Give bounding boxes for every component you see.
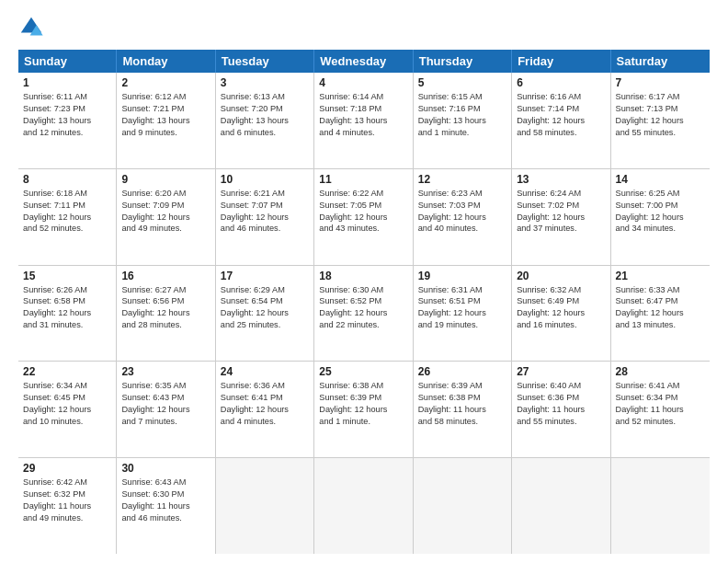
cell-info-line: Sunrise: 6:40 AM: [517, 380, 605, 392]
cell-info-line: Sunrise: 6:29 AM: [221, 284, 309, 296]
cell-info-line: Sunrise: 6:25 AM: [616, 188, 705, 200]
cell-info-line: and 16 minutes.: [517, 319, 605, 331]
calendar-cell-day-2: 2Sunrise: 6:12 AMSunset: 7:21 PMDaylight…: [117, 73, 215, 168]
cell-info-line: Sunrise: 6:39 AM: [418, 380, 506, 392]
cell-info-line: Daylight: 12 hours: [221, 404, 309, 416]
calendar-cell-day-18: 18Sunrise: 6:30 AMSunset: 6:52 PMDayligh…: [314, 266, 413, 362]
calendar-cell-day-17: 17Sunrise: 6:29 AMSunset: 6:54 PMDayligh…: [216, 266, 314, 362]
cell-info-line: Sunrise: 6:34 AM: [23, 380, 111, 392]
cell-info-line: Daylight: 11 hours: [23, 500, 111, 512]
cell-info-line: Sunrise: 6:17 AM: [616, 91, 705, 103]
calendar: SundayMondayTuesdayWednesdayThursdayFrid…: [18, 50, 710, 554]
cell-info-line: and 31 minutes.: [23, 319, 111, 331]
day-number: 21: [616, 270, 705, 282]
cell-info-line: Daylight: 12 hours: [418, 212, 506, 224]
cell-info-line: Sunset: 7:23 PM: [23, 103, 111, 115]
calendar-cell-day-7: 7Sunrise: 6:17 AMSunset: 7:13 PMDaylight…: [611, 73, 710, 168]
cell-info-line: Daylight: 12 hours: [121, 404, 210, 416]
day-number: 18: [319, 270, 407, 282]
cell-info-line: Daylight: 12 hours: [616, 115, 705, 127]
day-number: 28: [616, 365, 705, 378]
cell-info-line: Sunrise: 6:11 AM: [23, 91, 111, 103]
cell-info-line: and 52 minutes.: [23, 223, 111, 235]
cell-info-line: and 55 minutes.: [517, 416, 605, 428]
header: [18, 15, 710, 40]
cell-info-line: Daylight: 12 hours: [121, 307, 210, 319]
cell-info-line: Sunrise: 6:32 AM: [517, 284, 605, 296]
cell-info-line: Daylight: 12 hours: [517, 307, 605, 319]
cell-info-line: Sunrise: 6:13 AM: [221, 91, 309, 103]
cell-info-line: Sunrise: 6:35 AM: [121, 380, 210, 392]
cell-info-line: Daylight: 12 hours: [418, 307, 506, 319]
calendar-cell-day-4: 4Sunrise: 6:14 AMSunset: 7:18 PMDaylight…: [314, 73, 413, 168]
day-number: 14: [616, 173, 705, 186]
day-number: 4: [319, 76, 407, 89]
day-number: 25: [319, 365, 407, 378]
cell-info-line: and 28 minutes.: [121, 319, 210, 331]
cell-info-line: Sunrise: 6:15 AM: [418, 91, 506, 103]
cell-info-line: Sunrise: 6:42 AM: [23, 477, 111, 488]
calendar-cell-day-14: 14Sunrise: 6:25 AMSunset: 7:00 PMDayligh…: [611, 169, 710, 265]
day-number: 29: [23, 462, 111, 475]
cell-info-line: Sunset: 7:16 PM: [418, 103, 506, 115]
day-number: 24: [221, 365, 309, 378]
weekday-header-saturday: Saturday: [611, 50, 710, 73]
logo-icon: [18, 15, 44, 40]
calendar-cell-day-9: 9Sunrise: 6:20 AMSunset: 7:09 PMDaylight…: [117, 169, 215, 265]
cell-info-line: and 25 minutes.: [221, 319, 309, 331]
cell-info-line: and 46 minutes.: [121, 512, 210, 524]
cell-info-line: Daylight: 12 hours: [221, 307, 309, 319]
cell-info-line: Sunset: 6:49 PM: [517, 295, 605, 307]
calendar-cell-day-21: 21Sunrise: 6:33 AMSunset: 6:47 PMDayligh…: [611, 266, 710, 362]
calendar-week-3: 15Sunrise: 6:26 AMSunset: 6:58 PMDayligh…: [18, 266, 710, 362]
cell-info-line: and 6 minutes.: [221, 127, 309, 139]
cell-info-line: Daylight: 12 hours: [517, 212, 605, 224]
day-number: 19: [418, 270, 506, 282]
day-number: 6: [517, 76, 605, 89]
calendar-cell-empty: [414, 458, 512, 554]
cell-info-line: Sunrise: 6:26 AM: [23, 284, 111, 296]
cell-info-line: Sunset: 6:58 PM: [23, 295, 111, 307]
cell-info-line: Sunset: 7:00 PM: [616, 200, 705, 212]
cell-info-line: and 13 minutes.: [616, 319, 705, 331]
cell-info-line: Daylight: 12 hours: [319, 212, 407, 224]
cell-info-line: Daylight: 13 hours: [319, 115, 407, 127]
cell-info-line: Sunset: 7:18 PM: [319, 103, 407, 115]
cell-info-line: and 7 minutes.: [121, 416, 210, 428]
cell-info-line: and 4 minutes.: [221, 416, 309, 428]
cell-info-line: Sunset: 6:38 PM: [418, 392, 506, 404]
calendar-header: SundayMondayTuesdayWednesdayThursdayFrid…: [18, 50, 710, 73]
cell-info-line: Daylight: 12 hours: [221, 212, 309, 224]
cell-info-line: and 40 minutes.: [418, 223, 506, 235]
cell-info-line: Sunrise: 6:23 AM: [418, 188, 506, 200]
cell-info-line: and 52 minutes.: [616, 416, 705, 428]
cell-info-line: Sunset: 7:03 PM: [418, 200, 506, 212]
cell-info-line: Daylight: 11 hours: [517, 404, 605, 416]
cell-info-line: Sunset: 6:54 PM: [221, 295, 309, 307]
day-number: 11: [319, 173, 407, 186]
calendar-body: 1Sunrise: 6:11 AMSunset: 7:23 PMDaylight…: [18, 73, 710, 554]
cell-info-line: Sunrise: 6:12 AM: [121, 91, 210, 103]
cell-info-line: and 1 minute.: [319, 416, 407, 428]
day-number: 13: [517, 173, 605, 186]
calendar-cell-day-16: 16Sunrise: 6:27 AMSunset: 6:56 PMDayligh…: [117, 266, 215, 362]
cell-info-line: Sunrise: 6:30 AM: [319, 284, 407, 296]
calendar-cell-day-27: 27Sunrise: 6:40 AMSunset: 6:36 PMDayligh…: [512, 362, 610, 457]
cell-info-line: Daylight: 12 hours: [23, 212, 111, 224]
cell-info-line: Sunset: 6:51 PM: [418, 295, 506, 307]
cell-info-line: Daylight: 13 hours: [221, 115, 309, 127]
calendar-cell-day-11: 11Sunrise: 6:22 AMSunset: 7:05 PMDayligh…: [314, 169, 413, 265]
cell-info-line: Sunrise: 6:20 AM: [121, 188, 210, 200]
cell-info-line: Sunrise: 6:24 AM: [517, 188, 605, 200]
day-number: 9: [121, 173, 210, 186]
cell-info-line: Sunset: 7:13 PM: [616, 103, 705, 115]
cell-info-line: Sunset: 6:43 PM: [121, 392, 210, 404]
page: SundayMondayTuesdayWednesdayThursdayFrid…: [0, 0, 728, 563]
cell-info-line: Sunset: 6:36 PM: [517, 392, 605, 404]
day-number: 1: [23, 76, 111, 89]
cell-info-line: Sunrise: 6:16 AM: [517, 91, 605, 103]
cell-info-line: Sunset: 6:41 PM: [221, 392, 309, 404]
cell-info-line: and 49 minutes.: [23, 512, 111, 524]
cell-info-line: Sunset: 6:56 PM: [121, 295, 210, 307]
cell-info-line: Sunset: 7:05 PM: [319, 200, 407, 212]
